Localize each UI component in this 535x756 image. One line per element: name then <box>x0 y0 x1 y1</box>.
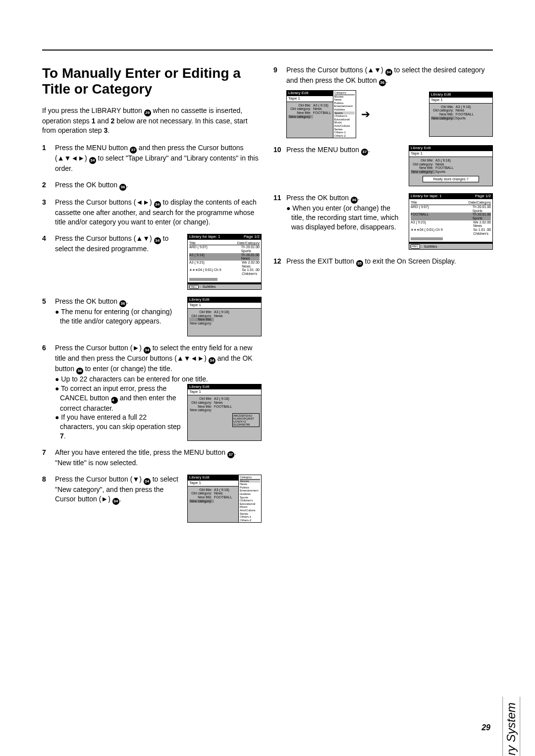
button-ref-34: 34 <box>154 201 161 208</box>
button-ref-36: 36 <box>119 300 126 307</box>
figure-step9-b: Library Edit Tape 1 Old title:A3 ( 9:18)… <box>429 92 493 137</box>
figure-step9-a: Library Edit Tape 1 Old title:A3 ( 9:18)… <box>286 90 356 138</box>
step-2: 2 Press the OK button 36. <box>42 180 262 191</box>
button-ref-14: 14 <box>111 397 118 404</box>
button-ref-37: 37 <box>227 451 234 458</box>
button-ref-35: 35 <box>356 260 363 267</box>
intro-text: If you press the LIBRARY button 29 when … <box>42 106 262 135</box>
side-tab: Tape Library System <box>502 697 520 756</box>
button-ref-34: 34 <box>144 478 151 485</box>
figure-library-list: Library for tape: 1Page 1/2 TitleDate/Ca… <box>187 234 262 290</box>
button-ref-34: 34 <box>89 157 96 164</box>
step-10: 10 Press the MENU button 37. Library Edi… <box>273 145 493 186</box>
figure-step11: Library for tape: 1Page 1/2 TitleDate/Ca… <box>409 193 493 250</box>
step-3: 3 Press the Cursor buttons (◄►) 34 to di… <box>42 198 262 227</box>
figure-edit-blank: Library Edit Tape 1 Old title:A3 ( 9:18)… <box>187 297 262 336</box>
top-rule <box>42 50 493 51</box>
figure-step10: Library Edit Tape 1 Old title:A3 ( 9:18)… <box>409 145 493 186</box>
button-ref-29: 29 <box>144 109 151 116</box>
page-title: To Manually Enter or Editing a Title or … <box>42 65 262 97</box>
step-11: 11 Press the OK button 36. ● When you en… <box>273 193 493 250</box>
step-5: 5 Press the OK button 36. ● The menu for… <box>42 297 262 336</box>
step-6: 6 Press the Cursor button (►) 34 to sele… <box>42 343 262 441</box>
button-ref-36: 36 <box>76 368 83 375</box>
figure-edit-chars: Library Edit Tape 1 Old title:A3 ( 9:18)… <box>187 384 262 441</box>
button-ref-34: 34 <box>144 347 151 354</box>
button-ref-37: 37 <box>361 149 368 156</box>
button-ref-34: 34 <box>209 357 215 364</box>
page-number: 29 <box>482 723 490 732</box>
figure-edit-category: Library Edit Tape 1 Old title:A3 ( 9:18)… <box>187 475 262 523</box>
step-9: 9 Press the Cursor buttons (▲▼) 34 to se… <box>273 65 493 138</box>
button-ref-34: 34 <box>112 498 119 505</box>
left-column: To Manually Enter or Editing a Title or … <box>42 65 262 530</box>
step-7: 7 After you have entered the title, pres… <box>42 448 262 468</box>
button-ref-36: 36 <box>379 79 386 86</box>
button-ref-37: 37 <box>130 147 137 154</box>
button-ref-34: 34 <box>154 237 161 244</box>
button-ref-34: 34 <box>385 69 392 76</box>
right-column: 9 Press the Cursor buttons (▲▼) 34 to se… <box>273 65 493 530</box>
button-ref-36: 36 <box>351 197 358 204</box>
arrow-icon: ➔ <box>361 107 424 122</box>
button-ref-36: 36 <box>119 184 126 191</box>
step-1: 1 Press the MENU button 37 and then pres… <box>42 143 262 173</box>
step-8: 8 Press the Cursor button (▼) 34 to sele… <box>42 475 262 523</box>
step-4: 4 Press the Cursor buttons (▲▼) 34 to se… <box>42 234 262 290</box>
step-12: 12 Press the EXIT button 35 to exit the … <box>273 257 493 267</box>
